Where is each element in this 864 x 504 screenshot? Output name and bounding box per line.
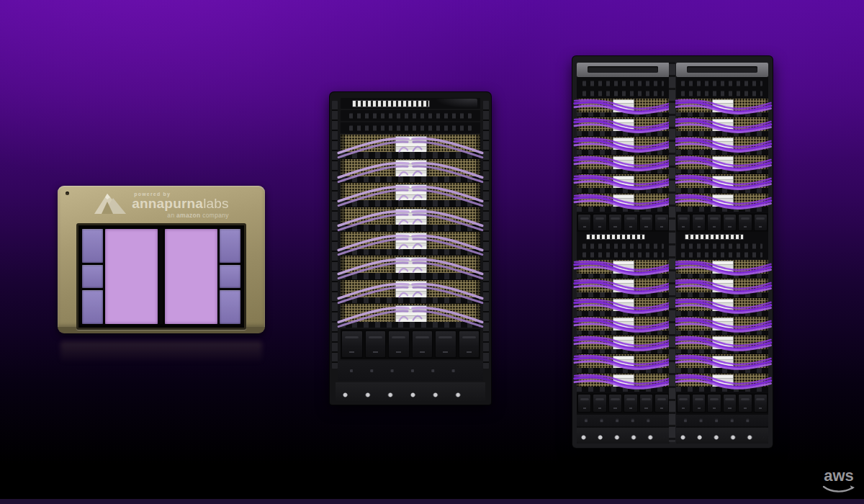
- tray-cables: [676, 317, 769, 335]
- psu-module: [608, 214, 622, 231]
- server-tray: [341, 304, 480, 328]
- tray-cables: [577, 174, 670, 192]
- tray-cables: [341, 280, 480, 304]
- tray-cables: [577, 317, 670, 335]
- server-tray: [676, 174, 769, 192]
- tray-cables: [577, 298, 670, 316]
- server-tray: [577, 374, 670, 392]
- server-tray: [341, 135, 480, 158]
- server-rack-single: [330, 92, 491, 405]
- rack-base: [577, 415, 670, 426]
- switch-detail: [582, 81, 664, 86]
- psu-module: [435, 330, 456, 358]
- rack-plinth: [336, 382, 485, 401]
- brand-name: annapurnalabs: [132, 197, 229, 211]
- hbm-stack: [82, 265, 103, 288]
- patch-panel: [341, 98, 480, 109]
- tray-cables: [341, 183, 480, 207]
- network-switch: [341, 122, 480, 133]
- psu-module: [654, 394, 668, 413]
- psu-module: [692, 394, 706, 413]
- psu-module: [723, 394, 737, 413]
- tray-cables: [577, 354, 670, 372]
- network-switch: [676, 78, 769, 88]
- server-tray: [341, 183, 480, 207]
- tray-cables: [341, 135, 480, 158]
- tray-cables: [577, 194, 670, 212]
- company-tagline: an amazon company: [167, 212, 228, 219]
- tray-cables: [577, 117, 670, 135]
- server-tray: [577, 354, 670, 372]
- patch-panel-ports: [685, 234, 744, 240]
- server-tray: [676, 279, 769, 297]
- switch-detail: [582, 252, 664, 257]
- tray-cables: [676, 374, 769, 392]
- tray-cables: [341, 232, 480, 256]
- psu-row: [341, 329, 480, 359]
- psu-module: [677, 394, 690, 413]
- network-switch: [577, 78, 670, 88]
- tray-cables: [577, 374, 670, 392]
- psu-row: [577, 393, 670, 413]
- switch-detail: [681, 81, 762, 86]
- network-switch: [341, 110, 480, 121]
- tray-cables: [676, 279, 769, 297]
- server-tray: [577, 156, 670, 174]
- tray-cables: [676, 336, 769, 354]
- server-tray: [577, 117, 670, 135]
- server-tray: [676, 374, 769, 392]
- hbm-stack-column-left: [82, 229, 103, 324]
- server-tray: [676, 156, 769, 174]
- psu-module: [677, 214, 690, 231]
- tray-stack-lower: [676, 260, 769, 392]
- tray-cables: [676, 174, 769, 192]
- server-tray: [676, 336, 769, 354]
- server-tray: [577, 336, 670, 354]
- aws-wordmark: aws: [819, 468, 858, 484]
- switch-detail: [582, 243, 664, 248]
- scene: powered by annapurnalabs an amazon compa…: [0, 0, 864, 504]
- chip-reflection: [60, 341, 262, 367]
- network-switch: [676, 89, 769, 97]
- server-tray: [676, 99, 769, 117]
- psu-module: [639, 214, 653, 231]
- psu-module: [754, 394, 768, 413]
- tray-cables: [577, 137, 670, 155]
- psu-row: [676, 213, 769, 232]
- aws-smile-icon: [822, 485, 855, 494]
- network-switch: [676, 243, 769, 250]
- psu-module: [624, 214, 637, 231]
- tray-cables: [341, 256, 480, 279]
- hbm-stack: [82, 229, 103, 263]
- server-tray: [341, 280, 480, 304]
- server-tray: [577, 317, 670, 335]
- server-tray: [676, 354, 769, 372]
- tray-cables: [577, 156, 670, 174]
- psu-module: [738, 214, 752, 231]
- tray-cables: [341, 304, 480, 328]
- network-switch: [577, 251, 670, 258]
- server-tray: [676, 298, 769, 316]
- server-tray: [341, 207, 480, 231]
- psu-module: [593, 394, 606, 413]
- psu-module: [707, 214, 721, 231]
- switch-detail: [681, 243, 762, 248]
- tray-cables: [577, 99, 670, 117]
- tray-stack-lower: [577, 260, 670, 392]
- server-tray: [577, 260, 670, 278]
- patch-panel: [676, 233, 769, 241]
- patch-panel: [577, 233, 670, 241]
- mountain-icon: [94, 192, 127, 215]
- server-tray: [577, 194, 670, 212]
- psu-module: [341, 330, 363, 358]
- tray-cables: [676, 354, 769, 372]
- tray-cables: [341, 159, 480, 183]
- tray-cables: [577, 260, 670, 278]
- server-tray: [577, 137, 670, 155]
- psu-module: [365, 330, 387, 358]
- network-switch: [577, 89, 670, 97]
- tray-cables: [676, 260, 769, 278]
- base-vents: [349, 369, 472, 373]
- psu-module: [412, 330, 433, 358]
- base-vents: [584, 419, 662, 423]
